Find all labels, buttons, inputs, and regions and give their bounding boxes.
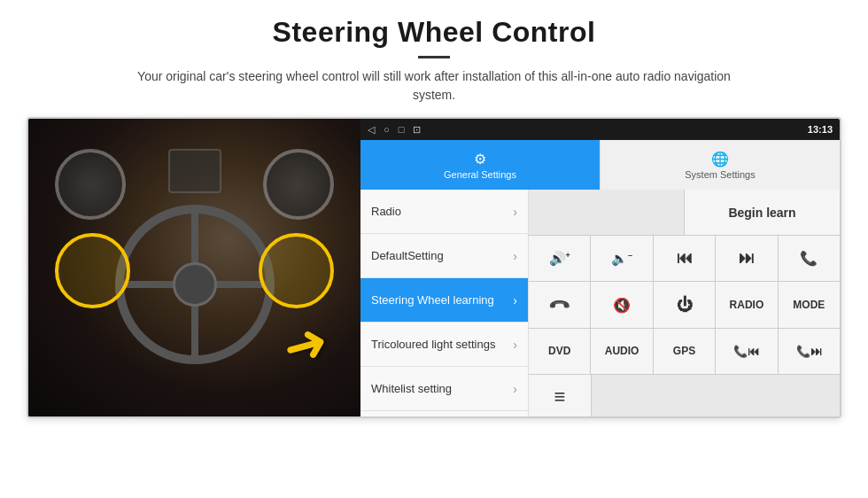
vol-up-button[interactable]: 🔊+	[529, 236, 591, 281]
button-row-0: Begin learn	[529, 190, 840, 236]
subtitle: Your original car's steering wheel contr…	[124, 67, 744, 105]
menu-radio-label: Radio	[371, 205, 401, 218]
status-time: 13:13	[808, 124, 833, 135]
tab-system-settings[interactable]: 🌐 System Settings	[600, 140, 840, 190]
mute-button[interactable]: 🔇	[591, 282, 653, 327]
tel-next-icon: 📞⏭	[796, 345, 822, 358]
tel-next-button[interactable]: 📞⏭	[779, 329, 840, 374]
mode-button[interactable]: MODE	[779, 282, 840, 327]
list-icon: ≡	[554, 385, 566, 409]
mode-label: MODE	[793, 299, 825, 311]
vol-down-button[interactable]: 🔈–	[591, 236, 653, 281]
button-row-2: 📞 🔇 ⏻ RADIO MODE	[529, 282, 840, 328]
menu-whitelist-label: Whitelist setting	[371, 382, 452, 395]
menu-default-label: DefaultSetting	[371, 249, 444, 262]
phone-hangup-button[interactable]: 📞	[529, 282, 591, 327]
next-track-button[interactable]: ⏭	[716, 236, 778, 281]
dvd-label: DVD	[548, 345, 570, 357]
system-tab-label: System Settings	[685, 169, 755, 180]
empty-cell-0	[529, 190, 685, 235]
chevron-right-icon: ›	[513, 293, 517, 307]
highlight-right	[259, 233, 334, 308]
chevron-right-icon: ›	[513, 382, 517, 396]
audio-label: AUDIO	[605, 345, 639, 357]
gauge-center	[168, 149, 221, 193]
recent-icon: □	[399, 124, 405, 135]
tab-general-settings[interactable]: ⚙ General Settings	[360, 140, 600, 190]
prev-track-icon: ⏮	[677, 249, 693, 268]
chevron-right-icon: ›	[513, 338, 517, 352]
mute-icon: 🔇	[613, 297, 631, 314]
begin-learn-button[interactable]: Begin learn	[685, 190, 840, 235]
back-icon: ◁	[368, 124, 375, 136]
steering-wheel	[115, 205, 275, 364]
gps-button[interactable]: GPS	[654, 329, 716, 374]
car-image: ➜	[28, 119, 360, 418]
highlight-left	[55, 233, 130, 308]
menu-item-radio[interactable]: Radio ›	[360, 190, 528, 234]
menu-item-whitelist[interactable]: Whitelist setting ›	[360, 367, 528, 411]
status-nav-icons: ◁ ○ □ ⊡	[368, 124, 421, 136]
tel-prev-icon: 📞⏮	[733, 345, 759, 358]
chevron-right-icon: ›	[513, 249, 517, 263]
button-row-3: DVD AUDIO GPS 📞⏮ 📞⏭	[529, 329, 840, 375]
list-menu-button[interactable]: ≡	[529, 375, 592, 418]
gear-icon: ⚙	[474, 151, 486, 167]
tel-prev-button[interactable]: 📞⏮	[716, 329, 778, 374]
title-divider	[418, 56, 450, 58]
menu-icon: ⊡	[413, 124, 421, 136]
button-row-4: ≡	[529, 375, 840, 418]
vol-down-icon: 🔈–	[611, 251, 632, 267]
menu-panel: Radio › DefaultSetting › Steering Wheel …	[360, 190, 529, 418]
vol-up-icon: 🔊+	[549, 251, 570, 267]
device-area: ➜ ◁ ○ □ ⊡ 13:13 ⚙ General Settings	[27, 117, 841, 418]
prev-track-button[interactable]: ⏮	[654, 236, 716, 281]
steering-bg: ➜	[28, 119, 360, 418]
menu-item-steering-wheel[interactable]: Steering Wheel learning ›	[360, 278, 528, 323]
sw-center	[173, 262, 217, 307]
audio-button[interactable]: AUDIO	[591, 329, 653, 374]
phone-answer-button[interactable]: 📞	[779, 236, 840, 281]
menu-item-default-setting[interactable]: DefaultSetting ›	[360, 234, 528, 278]
menu-item-tricoloured[interactable]: Tricoloured light settings ›	[360, 323, 528, 367]
top-tabs: ⚙ General Settings 🌐 System Settings	[360, 140, 840, 190]
phone-answer-icon: 📞	[800, 250, 818, 267]
menu-tricoloured-label: Tricoloured light settings	[371, 338, 495, 351]
title-section: Steering Wheel Control Your original car…	[27, 16, 841, 117]
radio-label: RADIO	[730, 299, 764, 311]
dvd-button[interactable]: DVD	[529, 329, 591, 374]
radio-button[interactable]: RADIO	[716, 282, 778, 327]
status-bar: ◁ ○ □ ⊡ 13:13	[360, 119, 840, 140]
next-track-icon: ⏭	[739, 249, 755, 268]
chevron-right-icon: ›	[513, 205, 517, 219]
menu-steering-label: Steering Wheel learning	[371, 293, 494, 307]
empty-row4	[592, 375, 840, 418]
arrow-indicator: ➜	[275, 308, 334, 380]
power-button[interactable]: ⏻	[654, 282, 716, 327]
power-icon: ⏻	[677, 296, 693, 315]
general-tab-label: General Settings	[444, 169, 516, 180]
android-ui: ◁ ○ □ ⊡ 13:13 ⚙ General Settings 🌐 Syste…	[360, 119, 840, 418]
page-title: Steering Wheel Control	[27, 16, 841, 49]
page-wrapper: Steering Wheel Control Your original car…	[0, 0, 868, 498]
button-row-1: 🔊+ 🔈– ⏮ ⏭ 📞	[529, 236, 840, 282]
globe-icon: 🌐	[711, 151, 729, 167]
phone-hangup-icon: 📞	[547, 292, 572, 317]
main-content: Radio › DefaultSetting › Steering Wheel …	[360, 190, 840, 418]
buttons-panel: Begin learn 🔊+ 🔈– ⏮	[529, 190, 840, 418]
home-icon: ○	[384, 124, 390, 135]
gps-label: GPS	[673, 345, 695, 357]
